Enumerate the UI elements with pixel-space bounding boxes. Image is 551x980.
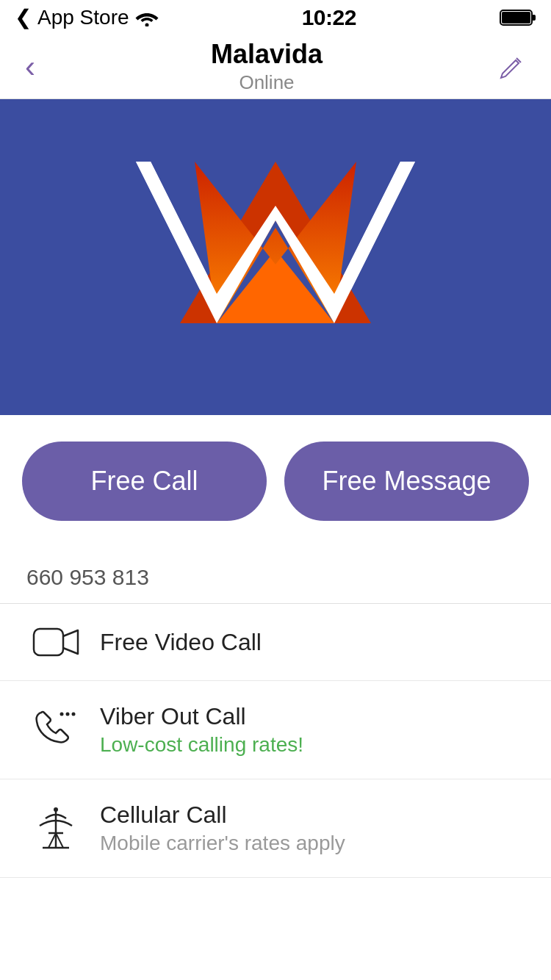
svg-point-10 bbox=[60, 712, 64, 716]
svg-line-17 bbox=[48, 833, 56, 848]
free-call-button[interactable]: Free Call bbox=[22, 442, 267, 521]
cellular-call-subtitle: Mobile carrier's rates apply bbox=[100, 832, 345, 855]
edit-button[interactable] bbox=[491, 53, 533, 81]
chevron-icon: ❮ bbox=[15, 5, 32, 29]
cellular-call-title: Cellular Call bbox=[100, 801, 345, 829]
video-call-title: Free Video Call bbox=[100, 629, 262, 656]
contact-status: Online bbox=[211, 71, 323, 94]
svg-rect-3 bbox=[532, 15, 536, 21]
status-right bbox=[500, 8, 536, 27]
phone-number: 660 953 813 bbox=[26, 565, 525, 590]
cellular-call-icon bbox=[26, 804, 85, 854]
app-store-label: App Store bbox=[37, 6, 129, 29]
video-call-text: Free Video Call bbox=[100, 629, 262, 656]
malavida-logo-svg bbox=[121, 118, 430, 397]
cellular-call-text: Cellular Call Mobile carrier's rates app… bbox=[100, 801, 345, 855]
svg-point-12 bbox=[72, 712, 76, 716]
viber-out-item[interactable]: Viber Out Call Low-cost calling rates! bbox=[0, 681, 551, 779]
options-list: Free Video Call Viber Out Call Low-cost … bbox=[0, 604, 551, 878]
phone-section: 660 953 813 bbox=[0, 547, 551, 604]
video-call-icon bbox=[26, 626, 85, 658]
back-button[interactable]: ‹ bbox=[18, 49, 43, 84]
viber-out-icon bbox=[26, 707, 85, 754]
nav-bar: ‹ Malavida Online bbox=[0, 35, 551, 99]
contact-name: Malavida bbox=[211, 39, 323, 70]
svg-rect-2 bbox=[502, 12, 530, 24]
free-message-button[interactable]: Free Message bbox=[284, 442, 529, 521]
svg-point-0 bbox=[145, 23, 148, 26]
svg-line-18 bbox=[56, 833, 63, 848]
free-video-call-item[interactable]: Free Video Call bbox=[0, 604, 551, 681]
battery-icon bbox=[500, 8, 536, 27]
viber-out-text: Viber Out Call Low-cost calling rates! bbox=[100, 703, 303, 757]
svg-point-19 bbox=[54, 807, 58, 812]
status-bar: ❮ App Store 10:22 bbox=[0, 0, 551, 35]
wifi-icon bbox=[135, 9, 159, 26]
svg-point-11 bbox=[66, 712, 70, 716]
cellular-call-item[interactable]: Cellular Call Mobile carrier's rates app… bbox=[0, 779, 551, 878]
viber-out-title: Viber Out Call bbox=[100, 703, 303, 730]
profile-image bbox=[0, 99, 551, 415]
svg-rect-9 bbox=[34, 629, 63, 655]
action-buttons: Free Call Free Message bbox=[0, 415, 551, 547]
viber-out-subtitle: Low-cost calling rates! bbox=[100, 733, 303, 757]
status-time: 10:22 bbox=[302, 5, 356, 30]
nav-title-block: Malavida Online bbox=[211, 39, 323, 94]
status-left: ❮ App Store bbox=[15, 5, 159, 29]
